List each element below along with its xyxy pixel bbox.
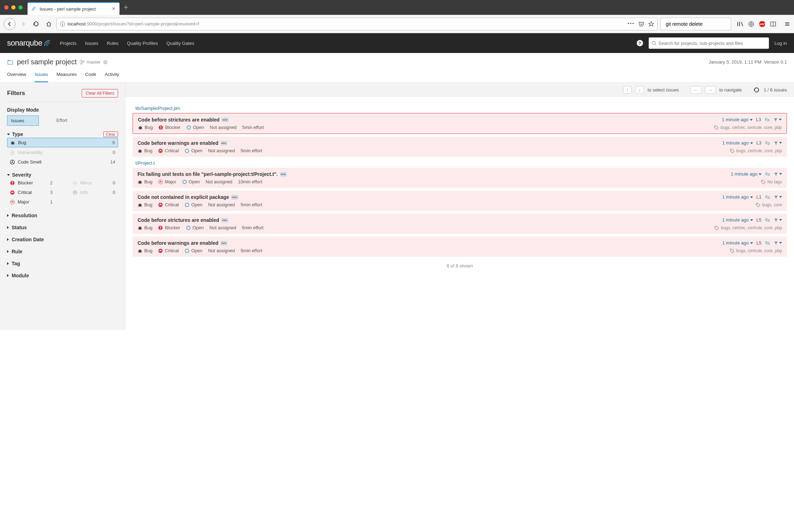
global-search[interactable]	[649, 37, 769, 49]
facet-module[interactable]: Module	[7, 273, 118, 278]
nav-projects[interactable]: Projects	[60, 41, 76, 46]
browser-search[interactable]	[660, 18, 731, 30]
tab-activity[interactable]: Activity	[105, 72, 119, 82]
help-icon[interactable]: ?	[637, 40, 643, 46]
close-window-icon[interactable]	[4, 5, 8, 10]
issue-age[interactable]: 1 minute ago	[722, 217, 753, 223]
issue-type[interactable]: Bug	[138, 148, 152, 153]
issue-assignee[interactable]: Not assigned	[205, 179, 232, 184]
issue-tags-text[interactable]: bugs, certrec, certrule, core, pbp	[721, 225, 782, 230]
filter-icon[interactable]	[773, 172, 782, 177]
permalink-icon[interactable]	[765, 172, 770, 177]
facet-tag[interactable]: Tag	[7, 261, 118, 266]
more-icon[interactable]: •••	[221, 241, 228, 246]
info-icon[interactable]	[60, 21, 65, 27]
facet-type-code-smell[interactable]: Code Smell14	[7, 158, 118, 166]
more-icon[interactable]: •••	[231, 195, 238, 200]
forward-button[interactable]	[18, 19, 28, 29]
permalink-icon[interactable]	[765, 195, 770, 200]
hamburger-menu-icon[interactable]	[784, 21, 790, 27]
issue-severity[interactable]: Critical	[158, 148, 179, 153]
facet-severity-critical[interactable]: Critical3	[7, 188, 56, 197]
more-icon[interactable]: •••	[222, 118, 229, 122]
issue-assignee[interactable]: Not assigned	[210, 125, 237, 130]
issue-type[interactable]: Bug	[138, 248, 152, 253]
filter-icon[interactable]	[773, 241, 782, 246]
permalink-icon[interactable]	[765, 218, 770, 223]
issue-severity[interactable]: Blocker	[158, 125, 180, 130]
issue-status[interactable]: Open	[182, 179, 200, 184]
filter-icon[interactable]	[773, 195, 782, 200]
issue-assignee[interactable]: Not assigned	[208, 248, 235, 253]
issue-type[interactable]: Bug	[138, 179, 152, 184]
issue-severity[interactable]: Critical	[158, 202, 179, 207]
issue-severity[interactable]: Critical	[158, 248, 179, 253]
issue-card[interactable]: Code not contained in explicit package •…	[133, 191, 787, 211]
permalink-icon[interactable]	[765, 141, 770, 146]
facet-severity-info[interactable]: Info0	[70, 188, 118, 197]
issue-type[interactable]: Bug	[138, 225, 152, 230]
issue-assignee[interactable]: Not assigned	[208, 202, 235, 207]
login-link[interactable]: Log in	[775, 41, 787, 46]
close-tab-icon[interactable]: ×	[112, 6, 115, 12]
sidebar-icon[interactable]	[770, 21, 776, 27]
nav-rules[interactable]: Rules	[107, 41, 118, 46]
issue-card[interactable]: Code before strictures are enabled ••• B…	[133, 214, 787, 234]
adblock-icon[interactable]: ABP	[759, 20, 766, 28]
facet-severity-header[interactable]: Severity	[7, 172, 118, 178]
tab-overview[interactable]: Overview	[7, 72, 26, 82]
bookmark-star-icon[interactable]	[648, 21, 654, 27]
issue-age[interactable]: 1 minute ago	[722, 240, 753, 246]
search-input[interactable]	[666, 21, 728, 27]
issue-age[interactable]: 1 minute ago	[722, 117, 753, 122]
reload-list-icon[interactable]	[753, 87, 760, 94]
issue-tags-text[interactable]: No tags	[767, 179, 782, 184]
issue-card[interactable]: Fix failing unit tests on file "perl-sam…	[133, 168, 787, 188]
issue-card[interactable]: Code before warnings are enabled ••• Bug…	[133, 237, 787, 257]
issue-status[interactable]: Open	[185, 202, 203, 207]
extension-icon[interactable]	[748, 21, 754, 27]
global-search-input[interactable]	[659, 41, 766, 46]
back-button[interactable]	[4, 18, 16, 30]
more-icon[interactable]: •••	[280, 172, 287, 177]
issue-card[interactable]: Code before warnings are enabled ••• Bug…	[133, 137, 787, 157]
issue-assignee[interactable]: Not assigned	[208, 148, 235, 153]
branch-selector[interactable]: master ?	[80, 59, 108, 65]
facet-type-bug[interactable]: Bug6	[7, 138, 118, 147]
display-mode-issues[interactable]: Issues	[7, 116, 39, 126]
tab-measures[interactable]: Measures	[57, 72, 77, 82]
browser-tab[interactable]: Issues - perl sample project ×	[28, 2, 119, 15]
issue-tags-text[interactable]: bugs, certrule, core, pbp	[736, 248, 782, 253]
clear-all-filters-button[interactable]: Clear All Filters	[82, 89, 118, 97]
filter-icon[interactable]	[773, 218, 782, 223]
filter-icon[interactable]	[773, 141, 782, 146]
file-path[interactable]: lib/Sample/Project.pm	[135, 106, 787, 111]
tab-code[interactable]: Code	[85, 72, 96, 82]
page-actions-icon[interactable]: •••	[627, 21, 635, 27]
facet-rule[interactable]: Rule	[7, 249, 118, 254]
file-path[interactable]: t/Project.t	[135, 160, 787, 166]
sonarqube-logo[interactable]: sonarqube	[7, 39, 51, 48]
facet-severity-blocker[interactable]: Blocker2	[7, 178, 56, 187]
nav-issues[interactable]: Issues	[85, 41, 98, 46]
issue-tags-text[interactable]: bugs, certrule, core, pbp	[736, 148, 782, 153]
issue-type[interactable]: Bug	[138, 125, 153, 130]
issue-tags-text[interactable]: bugs, certrec, certrule, core, pbp	[720, 125, 782, 130]
issue-tags-text[interactable]: bugs, core	[762, 202, 782, 207]
issue-status[interactable]: Open	[186, 125, 204, 130]
facet-status[interactable]: Status	[7, 225, 118, 230]
issue-severity[interactable]: Blocker	[158, 225, 180, 230]
display-mode-effort[interactable]: Effort	[53, 116, 82, 126]
permalink-icon[interactable]	[765, 117, 770, 122]
facet-type-vulnerability[interactable]: Vulnerability0	[7, 148, 118, 157]
maximize-window-icon[interactable]	[18, 5, 23, 10]
url-bar[interactable]: localhost:9000/project/issues?id=perl-sa…	[57, 18, 658, 30]
window-controls[interactable]	[4, 5, 23, 10]
issue-severity[interactable]: Major	[158, 179, 176, 184]
issue-assignee[interactable]: Not assigned	[209, 225, 236, 230]
facet-severity-minor[interactable]: Minor0	[70, 178, 118, 187]
filter-icon[interactable]	[773, 117, 782, 122]
pocket-icon[interactable]	[638, 21, 644, 27]
issue-status[interactable]: Open	[185, 148, 203, 153]
facet-severity-major[interactable]: Major1	[7, 197, 56, 206]
